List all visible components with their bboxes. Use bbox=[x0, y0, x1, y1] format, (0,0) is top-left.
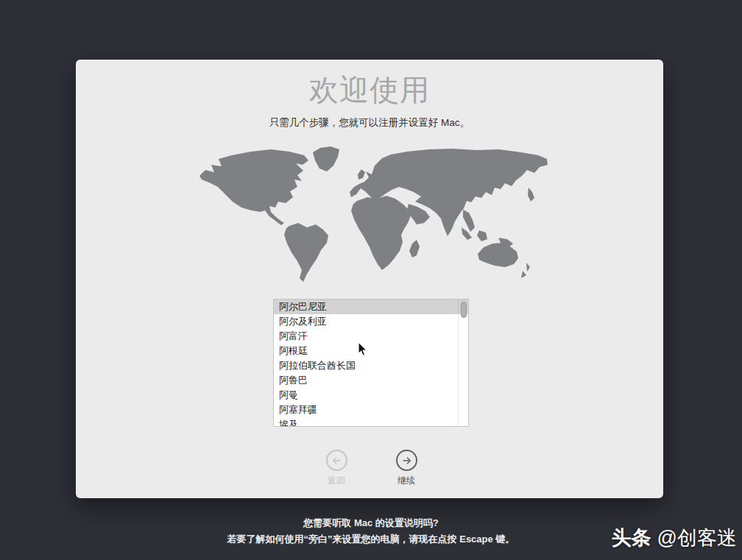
arrow-left-circle-icon bbox=[326, 450, 347, 471]
country-list-rows: 阿尔巴尼亚阿尔及利亚阿富汗阿根廷阿拉伯联合酋长国阿鲁巴阿曼阿塞拜疆埃及 bbox=[274, 300, 468, 426]
scrollbar[interactable] bbox=[458, 300, 468, 426]
page-title: 欢迎使用 bbox=[76, 70, 663, 110]
list-item[interactable]: 阿富汗 bbox=[274, 329, 468, 344]
list-item[interactable]: 阿塞拜疆 bbox=[274, 403, 468, 417]
list-item[interactable]: 阿鲁巴 bbox=[274, 373, 468, 388]
watermark-handle: @创客迷 bbox=[657, 527, 737, 549]
list-item[interactable]: 阿尔及利亚 bbox=[274, 314, 468, 329]
list-item[interactable]: 阿拉伯联合酋长国 bbox=[274, 358, 468, 373]
list-item[interactable]: 阿曼 bbox=[274, 388, 468, 403]
world-map-svg bbox=[194, 145, 548, 283]
page-subtitle: 只需几个步骤，您就可以注册并设置好 Mac。 bbox=[76, 116, 663, 130]
welcome-panel: 欢迎使用 只需几个步骤，您就可以注册并设置好 Mac。 bbox=[76, 60, 663, 498]
continue-button-label: 继续 bbox=[381, 475, 432, 487]
scrollbar-thumb[interactable] bbox=[461, 302, 467, 318]
back-button[interactable]: 返回 bbox=[311, 450, 362, 487]
continue-button[interactable]: 继续 bbox=[381, 450, 432, 487]
watermark-brand: 头条 bbox=[612, 527, 651, 549]
country-list[interactable]: 阿尔巴尼亚阿尔及利亚阿富汗阿根廷阿拉伯联合酋长国阿鲁巴阿曼阿塞拜疆埃及 bbox=[273, 299, 469, 427]
list-item[interactable]: 阿根廷 bbox=[274, 344, 468, 358]
list-item[interactable]: 阿尔巴尼亚 bbox=[274, 300, 468, 314]
world-map-icon bbox=[194, 145, 548, 283]
watermark: 头条@创客迷 bbox=[612, 525, 737, 551]
list-item[interactable]: 埃及 bbox=[274, 417, 468, 427]
back-button-label: 返回 bbox=[311, 475, 362, 487]
arrow-right-circle-icon bbox=[396, 450, 417, 471]
